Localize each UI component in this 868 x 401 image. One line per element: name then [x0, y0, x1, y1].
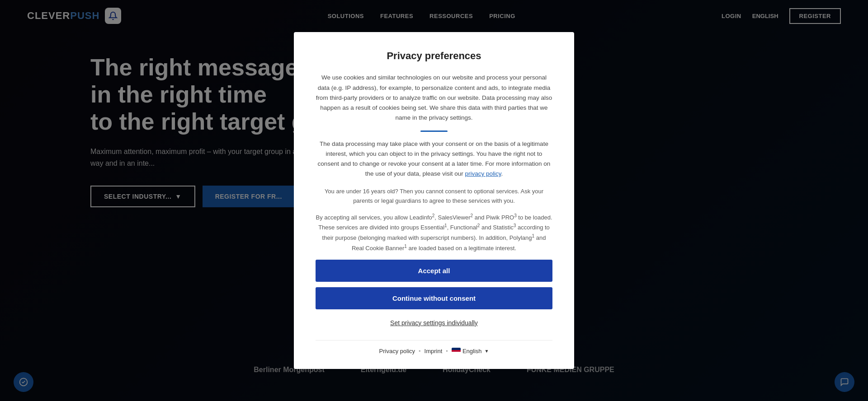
modal-backdrop: Privacy preferences We use cookies and s…	[0, 0, 868, 401]
footer-imprint-link[interactable]: Imprint	[425, 348, 443, 354]
privacy-settings-button[interactable]: Set privacy settings individually	[316, 315, 552, 331]
footer-separator-2: •	[446, 348, 448, 354]
modal-body-4: By accepting all services, you allow Lea…	[316, 212, 552, 253]
footer-separator-1: •	[419, 348, 421, 354]
modal-body-1: We use cookies and similar technologies …	[316, 73, 552, 123]
modal-divider	[420, 131, 448, 132]
lang-label: English	[462, 348, 482, 354]
continue-without-consent-button[interactable]: Continue without consent	[316, 287, 552, 309]
modal-body-3: You are under 16 years old? Then you can…	[316, 187, 552, 206]
modal-body-2: The data processing may take place with …	[316, 139, 552, 179]
flag-icon	[452, 348, 461, 354]
privacy-policy-link[interactable]: privacy policy	[465, 170, 501, 177]
chevron-down-icon: ▼	[485, 349, 489, 354]
footer-privacy-link[interactable]: Privacy policy	[379, 348, 415, 354]
modal-footer: Privacy policy • Imprint • English ▼	[316, 340, 552, 354]
privacy-modal: Privacy preferences We use cookies and s…	[294, 32, 574, 368]
modal-title: Privacy preferences	[316, 50, 552, 62]
accept-all-button[interactable]: Accept all	[316, 260, 552, 282]
language-selector[interactable]: English ▼	[452, 348, 489, 354]
